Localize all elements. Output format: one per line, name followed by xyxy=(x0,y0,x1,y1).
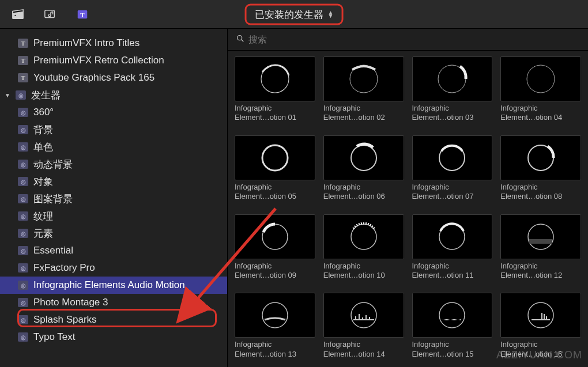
chevron-updown-icon: ▲▼ xyxy=(328,11,334,18)
svg-rect-18 xyxy=(529,239,552,244)
search-icon xyxy=(236,34,245,46)
sidebar-item-label: 纹理 xyxy=(33,210,53,223)
svg-point-10 xyxy=(262,145,288,171)
generator-card[interactable]: InfographicElement…otion 12 xyxy=(500,214,581,289)
music-photo-icon[interactable] xyxy=(43,8,58,21)
titles-icon[interactable]: T xyxy=(75,8,90,21)
generator-category-icon: ◎ xyxy=(17,245,29,256)
svg-point-5 xyxy=(238,35,242,40)
category-dropdown-label: 已安装的发生器 xyxy=(255,7,323,21)
sidebar-item[interactable]: ◎Splash Sparks xyxy=(0,311,227,328)
sidebar-item-label: PremiumVFX Retro Collection xyxy=(33,55,164,66)
title-category-icon: T xyxy=(17,55,29,66)
sidebar-item[interactable]: ◎Typo Text xyxy=(0,328,227,346)
sidebar-item-label: 发生器 xyxy=(31,89,61,102)
content-pane: InfographicElement…otion 01InfographicEl… xyxy=(228,29,588,367)
generator-thumbnail xyxy=(323,293,404,338)
svg-text:T: T xyxy=(80,11,85,18)
sidebar-item[interactable]: ◎Essential xyxy=(0,242,227,259)
generator-card[interactable]: InfographicElement…otion 15 xyxy=(412,293,493,367)
sidebar-item[interactable]: ◎Photo Montage 3 xyxy=(0,294,227,311)
generator-label: InfographicElement…otion 04 xyxy=(500,104,581,123)
generator-thumbnail xyxy=(412,214,493,259)
top-bar: T 已安装的发生器 ▲▼ xyxy=(0,0,588,29)
generator-label: InfographicElement…otion 12 xyxy=(500,262,581,281)
sidebar: TPremiumVFX Intro TitlesTPremiumVFX Retr… xyxy=(0,29,228,367)
sidebar-item[interactable]: ◎动态背景 xyxy=(0,156,227,173)
generator-card[interactable]: InfographicElement…otion 03 xyxy=(412,56,493,131)
generator-card[interactable]: InfographicElement…otion 08 xyxy=(500,135,581,210)
sidebar-item[interactable]: TPremiumVFX Intro Titles xyxy=(0,35,227,52)
sidebar-item-label: Youtube Graphics Pack 165 xyxy=(33,72,154,84)
sidebar-item[interactable]: ◎对象 xyxy=(0,173,227,190)
generator-card[interactable]: InfographicElement…otion 13 xyxy=(235,293,315,367)
sidebar-item[interactable]: TPremiumVFX Retro Collection xyxy=(0,52,227,69)
sidebar-item[interactable]: ▼◎发生器 xyxy=(0,86,227,104)
generator-card[interactable]: InfographicElement…otion 06 xyxy=(323,135,404,210)
generator-card[interactable]: InfographicElement…otion 14 xyxy=(323,293,404,367)
generator-label: InfographicElement…otion 01 xyxy=(235,104,315,123)
search-row xyxy=(228,29,588,51)
generator-card[interactable]: InfographicElement…otion 04 xyxy=(500,56,581,131)
generator-label: InfographicElement…otion 03 xyxy=(412,104,493,123)
generator-thumbnail xyxy=(500,214,581,259)
sidebar-item-label: Essential xyxy=(33,245,73,256)
svg-point-11 xyxy=(351,145,376,171)
sidebar-item-label: 图案背景 xyxy=(33,192,73,206)
generator-thumbnail xyxy=(323,56,404,101)
sidebar-item[interactable]: ◎FxFactory Pro xyxy=(0,259,227,277)
generator-thumbnail xyxy=(235,214,315,259)
generator-card[interactable]: InfographicElement…otion 07 xyxy=(412,135,493,210)
sidebar-item[interactable]: ◎元素 xyxy=(0,225,227,242)
generator-thumbnail xyxy=(500,56,581,101)
generator-card[interactable]: InfographicElement…otion 09 xyxy=(235,214,315,289)
generator-label: InfographicElement…otion 09 xyxy=(235,262,315,281)
generator-category-icon: ◎ xyxy=(17,263,29,273)
generator-card[interactable]: InfographicElement…otion 11 xyxy=(412,214,493,289)
generator-thumbnail xyxy=(500,293,581,338)
generator-label: InfographicElement…otion 16 xyxy=(500,340,581,360)
sidebar-item-label: Infographic Elements Audio Motion xyxy=(33,279,185,291)
sidebar-item-label: 背景 xyxy=(33,123,53,137)
generator-label: InfographicElement…otion 13 xyxy=(235,340,315,360)
sidebar-item[interactable]: ◎单色 xyxy=(0,138,227,156)
sidebar-item[interactable]: TYoutube Graphics Pack 165 xyxy=(0,69,227,86)
generator-thumbnail xyxy=(412,293,493,338)
generator-label: InfographicElement…otion 02 xyxy=(323,104,404,123)
svg-point-20 xyxy=(351,302,376,328)
sidebar-item[interactable]: ◎360° xyxy=(0,104,227,121)
generator-category-icon: ◎ xyxy=(17,280,29,290)
search-input[interactable] xyxy=(248,35,580,45)
sidebar-item-label: 动态背景 xyxy=(33,158,73,171)
sidebar-item-label: PremiumVFX Intro Titles xyxy=(33,37,140,49)
title-category-icon: T xyxy=(17,73,29,83)
sidebar-item[interactable]: ◎背景 xyxy=(0,121,227,138)
generator-card[interactable]: InfographicElement…otion 16 xyxy=(500,293,581,367)
generator-category-icon: ◎ xyxy=(17,176,29,187)
generator-label: InfographicElement…otion 06 xyxy=(323,183,404,202)
sidebar-item-label: Typo Text xyxy=(33,331,75,343)
generator-category-icon: ◎ xyxy=(17,211,29,221)
disclosure-triangle-icon[interactable]: ▼ xyxy=(5,92,10,99)
svg-point-17 xyxy=(528,224,553,249)
generator-thumbnail xyxy=(412,135,493,180)
generator-thumbnail xyxy=(235,293,315,338)
generator-card[interactable]: InfographicElement…otion 10 xyxy=(323,214,404,289)
generator-card[interactable]: InfographicElement…otion 05 xyxy=(235,135,315,210)
category-dropdown[interactable]: 已安装的发生器 ▲▼ xyxy=(245,3,344,25)
sidebar-item-label: 单色 xyxy=(33,141,53,154)
generator-grid: InfographicElement…otion 01InfographicEl… xyxy=(228,51,588,367)
clapperboard-icon[interactable] xyxy=(10,8,25,21)
sidebar-item[interactable]: ◎图案背景 xyxy=(0,190,227,207)
title-category-icon: T xyxy=(17,38,29,48)
generator-category-icon: ◎ xyxy=(15,90,27,100)
generator-card[interactable]: InfographicElement…otion 02 xyxy=(323,56,404,131)
generator-category-icon: ◎ xyxy=(17,297,29,308)
generator-thumbnail xyxy=(323,214,404,259)
sidebar-item[interactable]: ◎Infographic Elements Audio Motion xyxy=(0,277,227,294)
sidebar-item-label: 360° xyxy=(33,107,54,118)
generator-thumbnail xyxy=(235,56,315,101)
sidebar-item-label: Photo Montage 3 xyxy=(33,297,108,308)
generator-card[interactable]: InfographicElement…otion 01 xyxy=(235,56,315,131)
sidebar-item[interactable]: ◎纹理 xyxy=(0,207,227,225)
